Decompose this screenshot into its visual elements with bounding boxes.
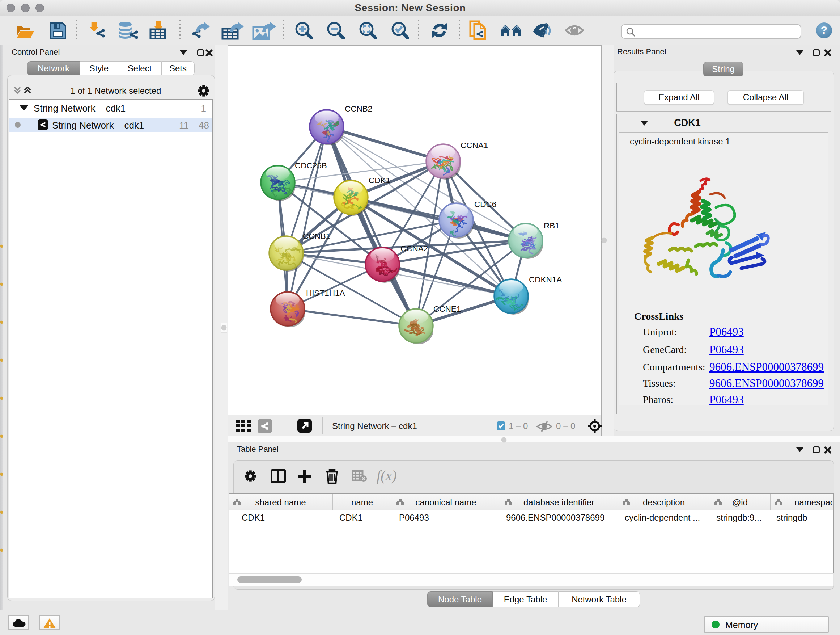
svg-text:CDC6: CDC6 bbox=[474, 200, 496, 209]
svg-text:CDC25B: CDC25B bbox=[295, 161, 327, 170]
svg-text:HIST1H1A: HIST1H1A bbox=[306, 288, 345, 298]
svg-text:CCNB1: CCNB1 bbox=[303, 232, 330, 241]
svg-text:CDKN1A: CDKN1A bbox=[529, 275, 562, 284]
svg-text:CCNA2: CCNA2 bbox=[401, 244, 428, 253]
svg-text:CCNB2: CCNB2 bbox=[345, 104, 372, 113]
svg-text:CCNE1: CCNE1 bbox=[433, 304, 461, 314]
svg-text:?: ? bbox=[821, 24, 827, 36]
svg-text:RB1: RB1 bbox=[544, 221, 560, 230]
svg-text:CCNA1: CCNA1 bbox=[461, 141, 488, 150]
svg-text:CDK1: CDK1 bbox=[369, 176, 390, 185]
